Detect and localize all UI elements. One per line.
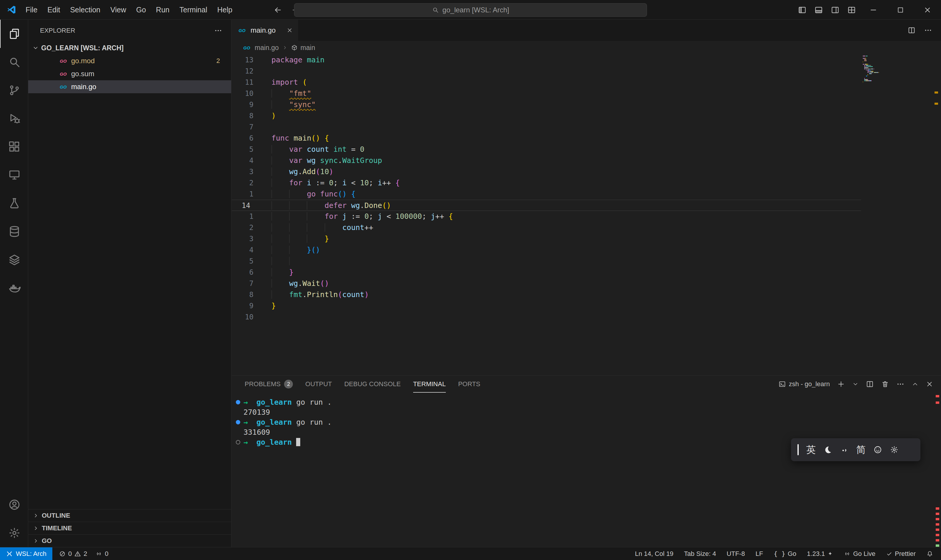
menu-go[interactable]: Go — [131, 0, 151, 19]
terminal-dropdown-icon[interactable] — [852, 381, 859, 387]
code-line[interactable]: 3 } — [232, 233, 861, 245]
moon-icon[interactable] — [823, 445, 832, 454]
menu-edit[interactable]: Edit — [42, 0, 65, 19]
activity-layers-icon[interactable] — [0, 246, 28, 274]
code-line[interactable]: 1 for j := 0; j < 100000; j++ { — [232, 211, 861, 222]
code-line[interactable]: 11import ( — [232, 77, 861, 88]
panel-tab-debug-console[interactable]: DEBUG CONSOLE — [344, 375, 401, 393]
menu-view[interactable]: View — [105, 0, 131, 19]
menu-run[interactable]: Run — [151, 0, 174, 19]
tab-main-go[interactable]: GO main.go — [232, 20, 298, 41]
command-decoration-icon[interactable] — [236, 400, 240, 405]
toggle-panel-icon[interactable] — [810, 0, 827, 20]
punctuation-icon[interactable] — [840, 445, 849, 454]
panel-tab-problems[interactable]: PROBLEMS2 — [244, 375, 293, 393]
breadcrumb-file[interactable]: main.go — [255, 44, 279, 52]
menu-terminal[interactable]: Terminal — [174, 0, 212, 19]
code-line[interactable]: 3 wg.Add(10) — [232, 166, 861, 177]
eol-sequence[interactable]: LF — [755, 550, 763, 558]
activity-search-icon[interactable] — [0, 48, 28, 76]
activity-source-control-icon[interactable] — [0, 76, 28, 105]
minimize-button[interactable] — [860, 0, 887, 20]
language-mode[interactable]: { } Go — [774, 550, 796, 558]
breadcrumb-symbol[interactable]: main — [301, 44, 315, 52]
explorer-root-folder[interactable]: GO_LEARN [WSL: ARCH] — [28, 42, 231, 54]
close-panel-icon[interactable] — [926, 380, 933, 388]
panel-more-actions-icon[interactable] — [896, 380, 904, 388]
gear-icon[interactable] — [890, 445, 899, 454]
ime-simplified-chinese-button[interactable]: 简 — [856, 445, 866, 454]
kill-terminal-icon[interactable] — [881, 380, 889, 388]
back-arrow-icon[interactable] — [274, 0, 282, 20]
command-center-search[interactable]: go_learn [WSL: Arch] — [294, 3, 647, 17]
maximize-panel-icon[interactable] — [912, 381, 919, 388]
code-line[interactable]: 7 — [232, 122, 861, 133]
code-line[interactable]: 2 for i := 0; i < 10; i++ { — [232, 177, 861, 189]
code-line[interactable]: 12 — [232, 66, 861, 77]
code-line[interactable]: 10 "fmt" — [232, 88, 861, 99]
menu-selection[interactable]: Selection — [65, 0, 105, 19]
code-line[interactable]: 4 var wg sync.WaitGroup — [232, 155, 861, 166]
activity-testing-icon[interactable] — [0, 189, 28, 217]
go-live[interactable]: Go Live — [844, 550, 875, 558]
menu-help[interactable]: Help — [212, 0, 237, 19]
code-line[interactable]: 10 — [232, 311, 861, 323]
code-line[interactable]: 5 — [232, 255, 861, 267]
code-line[interactable]: 1 go func() { — [232, 189, 861, 200]
toggle-secondary-sidebar-icon[interactable] — [827, 0, 843, 20]
file-go.mod[interactable]: GOgo.mod2 — [28, 54, 231, 67]
code-line[interactable]: 9 "sync" — [232, 99, 861, 110]
close-button[interactable] — [914, 0, 941, 20]
go-version[interactable]: 1.23.1 — [807, 550, 833, 558]
tab-close-icon[interactable] — [286, 27, 293, 34]
ports-status[interactable]: 0 — [95, 550, 108, 558]
indentation[interactable]: Tab Size: 4 — [684, 550, 716, 558]
code-line[interactable]: 5 var count int = 0 — [232, 144, 861, 155]
panel-tab-ports[interactable]: PORTS — [458, 375, 480, 393]
customize-layout-icon[interactable] — [843, 0, 860, 20]
encoding[interactable]: UTF-8 — [727, 550, 745, 558]
toggle-sidebar-icon[interactable] — [794, 0, 810, 20]
split-editor-icon[interactable] — [907, 26, 916, 34]
activity-accounts-icon[interactable] — [0, 491, 28, 519]
panel-tab-terminal[interactable]: TERMINAL — [413, 375, 446, 393]
activity-settings-icon[interactable] — [0, 519, 28, 547]
code-line[interactable]: 4 }() — [232, 245, 861, 255]
code-line[interactable]: 9} — [232, 300, 861, 311]
maximize-button[interactable] — [887, 0, 914, 20]
sidebar-section-go[interactable]: GO — [28, 534, 231, 547]
code-line[interactable]: 8 fmt.Println(count) — [232, 289, 861, 300]
code-lines[interactable]: 13package main1211import (10 "fmt"9 "syn… — [232, 54, 941, 323]
terminal-output[interactable]: →go_learn go run .270139→go_learn go run… — [232, 397, 929, 547]
activity-explorer-icon[interactable] — [0, 20, 28, 48]
remote-indicator[interactable]: WSL: Arch — [0, 547, 52, 560]
terminal-instance[interactable]: zsh - go_learn — [778, 380, 830, 388]
more-actions-icon[interactable] — [924, 26, 932, 34]
sidebar-section-timeline[interactable]: TIMELINE — [28, 522, 231, 534]
ime-english-mode-button[interactable]: 英 — [806, 445, 816, 454]
cursor-position[interactable]: Ln 14, Col 19 — [635, 550, 673, 558]
code-line[interactable]: 8) — [232, 110, 861, 122]
new-terminal-icon[interactable] — [837, 380, 845, 388]
bell-icon[interactable] — [926, 550, 933, 557]
file-main.go[interactable]: GOmain.go — [28, 80, 231, 93]
code-line[interactable]: 6func main() { — [232, 133, 861, 144]
code-line[interactable]: 13package main — [232, 54, 861, 66]
code-line[interactable]: 7 wg.Wait() — [232, 278, 861, 289]
code-line-current[interactable]: 14 defer wg.Done() — [232, 200, 861, 211]
command-decoration-icon[interactable] — [236, 440, 240, 445]
panel-tab-output[interactable]: OUTPUT — [305, 375, 332, 393]
code-area[interactable]: 13package main1211import (10 "fmt"9 "syn… — [232, 54, 941, 375]
sidebar-section-outline[interactable]: OUTLINE — [28, 509, 231, 522]
activity-run-debug-icon[interactable] — [0, 105, 28, 133]
code-line[interactable]: 6 } — [232, 267, 861, 278]
explorer-more-actions-icon[interactable] — [214, 26, 222, 35]
menu-file[interactable]: File — [21, 0, 42, 19]
problems-status[interactable]: 0 2 — [59, 550, 87, 558]
activity-database-icon[interactable] — [0, 217, 28, 246]
activity-docker-icon[interactable] — [0, 274, 28, 302]
code-line[interactable]: 2 count++ — [232, 222, 861, 233]
command-decoration-icon[interactable] — [236, 420, 240, 425]
emoji-icon[interactable] — [873, 445, 882, 454]
file-go.sum[interactable]: GOgo.sum — [28, 67, 231, 80]
